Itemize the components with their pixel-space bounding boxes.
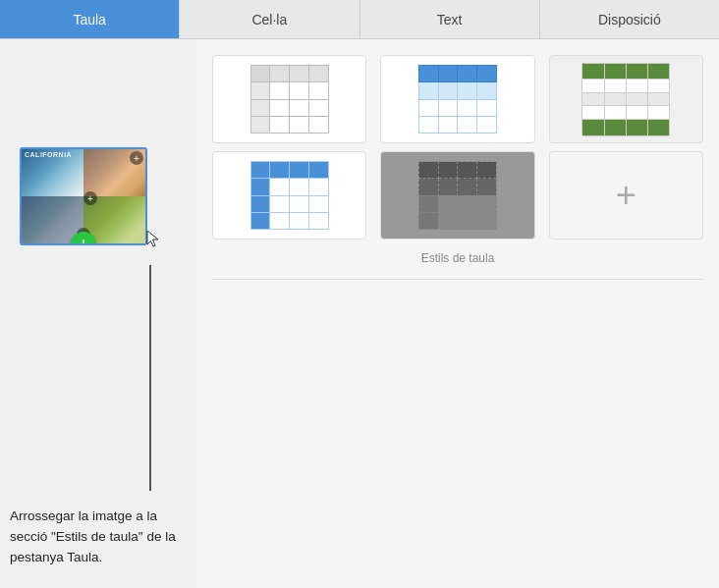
tab-bar: Taula Cel·la Text Disposició xyxy=(0,0,719,39)
dragging-image-thumbnail[interactable]: CALIFORNIA + + + + xyxy=(20,147,147,245)
thumbnail-label: CALIFORNIA xyxy=(25,151,72,158)
styles-grid-row2: + xyxy=(212,151,703,240)
tab-text[interactable]: Text xyxy=(360,0,540,38)
table-style-dark[interactable] xyxy=(380,151,534,240)
connector-line-vertical xyxy=(149,265,151,491)
cursor-indicator xyxy=(145,229,161,254)
cell-plus-center: + xyxy=(83,191,97,205)
table-preview-blue-col xyxy=(250,161,329,230)
tab-taula[interactable]: Taula xyxy=(0,0,180,38)
main-area: CALIFORNIA + + + + Arrossegar la imatge … xyxy=(0,39,719,588)
table-style-custom-add[interactable]: + xyxy=(549,151,703,240)
right-panel: + Estils de taula xyxy=(196,39,719,588)
table-preview-blue xyxy=(418,65,497,134)
tab-cella[interactable]: Cel·la xyxy=(180,0,360,38)
styles-grid-row1 xyxy=(212,55,703,143)
table-preview-green xyxy=(581,63,670,136)
section-label: Estils de taula xyxy=(212,251,703,265)
table-style-plain[interactable] xyxy=(212,55,366,143)
divider xyxy=(212,279,703,280)
table-preview-green-wrap xyxy=(581,63,670,136)
left-panel: CALIFORNIA + + + + Arrossegar la imatge … xyxy=(0,39,196,588)
plus-icon: + xyxy=(616,178,636,213)
table-preview-dark xyxy=(418,161,497,230)
table-preview-plain xyxy=(250,65,329,134)
tab-disposicio[interactable]: Disposició xyxy=(540,0,719,38)
table-style-blue-header[interactable] xyxy=(380,55,534,143)
table-style-green[interactable] xyxy=(549,55,703,143)
cell-plus-tr: + xyxy=(130,151,143,165)
instruction-text-box: Arrossegar la imatge a la secció "Estils… xyxy=(10,507,192,568)
table-style-blue-col[interactable] xyxy=(212,151,366,240)
